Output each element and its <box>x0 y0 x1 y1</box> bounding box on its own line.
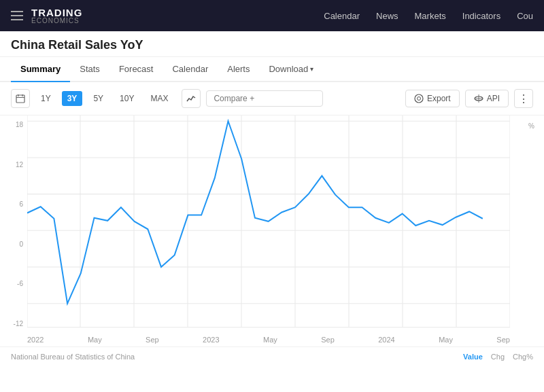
hamburger-menu[interactable] <box>11 11 23 20</box>
compare-input[interactable] <box>206 90 323 107</box>
calendar-icon-button[interactable] <box>11 89 30 108</box>
header: TRADING ECONOMICS Calendar News Markets … <box>0 0 544 31</box>
x-axis-labels: 2022 May Sep 2023 May Sep 2024 May Sep <box>0 333 544 346</box>
footer-actions: Value Chg Chg% <box>463 353 533 361</box>
nav-news[interactable]: News <box>376 11 398 21</box>
svg-point-5 <box>417 97 420 101</box>
line-chart-svg <box>27 115 510 333</box>
nav-indicators[interactable]: Indicators <box>462 11 500 21</box>
chevron-down-icon: ▾ <box>310 65 313 73</box>
x-tick-2024: 2024 <box>378 336 394 344</box>
x-tick-sep2: Sep <box>321 336 335 344</box>
x-tick-sep1: Sep <box>146 336 159 344</box>
y-tick-neg12: -12 <box>14 320 23 327</box>
tab-download-label: Download <box>269 64 308 74</box>
y-tick-neg6: -6 <box>17 280 23 287</box>
chart-controls: 1Y 3Y 5Y 10Y MAX Export API ⋮ <box>0 82 544 115</box>
period-3y[interactable]: 3Y <box>62 91 83 106</box>
api-label: API <box>487 94 500 103</box>
more-options-button[interactable]: ⋮ <box>514 89 533 108</box>
tab-bar: Summary Stats Forecast Calendar Alerts D… <box>0 57 544 82</box>
y-tick-12: 12 <box>16 161 23 168</box>
footer-value-btn[interactable]: Value <box>463 353 483 361</box>
line-chart-icon[interactable] <box>182 89 201 108</box>
export-label: Export <box>427 94 451 103</box>
svg-rect-0 <box>16 95 24 103</box>
y-axis: 18 12 6 0 -6 -12 <box>0 115 27 333</box>
nav-countries[interactable]: Cou <box>517 11 533 21</box>
y-tick-6: 6 <box>19 200 23 208</box>
svg-point-4 <box>415 94 423 103</box>
x-tick-may1: May <box>88 336 102 344</box>
tab-alerts[interactable]: Alerts <box>218 57 259 82</box>
page-title-bar: China Retail Sales YoY <box>0 31 544 57</box>
logo-trading: TRADING <box>31 7 82 18</box>
tab-stats[interactable]: Stats <box>70 57 109 82</box>
footer-chg-btn[interactable]: Chg <box>491 353 505 361</box>
period-max[interactable]: MAX <box>145 91 173 106</box>
page-title: China Retail Sales YoY <box>11 38 533 52</box>
period-5y[interactable]: 5Y <box>88 91 109 106</box>
nav-calendar[interactable]: Calendar <box>324 11 360 21</box>
chart-container: % 18 12 6 0 -6 -12 <box>0 115 544 333</box>
x-tick-may3: May <box>439 336 453 344</box>
footer-chgpct-btn[interactable]: Chg% <box>513 353 533 361</box>
main-nav: Calendar News Markets Indicators Cou <box>324 11 533 21</box>
tab-summary[interactable]: Summary <box>11 57 70 82</box>
tab-forecast[interactable]: Forecast <box>109 57 163 82</box>
chart-svg-area <box>27 115 510 333</box>
y-tick-0: 0 <box>19 240 23 248</box>
logo[interactable]: TRADING ECONOMICS <box>31 7 82 24</box>
y-tick-18: 18 <box>16 121 23 128</box>
nav-markets[interactable]: Markets <box>415 11 446 21</box>
x-tick-sep3: Sep <box>496 336 510 344</box>
y-axis-right-spacer <box>510 115 544 333</box>
tab-download[interactable]: Download ▾ <box>259 57 323 81</box>
tab-calendar[interactable]: Calendar <box>163 57 218 82</box>
period-1y[interactable]: 1Y <box>35 91 56 106</box>
chart-footer: National Bureau of Statistics of China V… <box>0 346 544 366</box>
logo-economics: ECONOMICS <box>31 18 82 24</box>
export-button[interactable]: Export <box>405 90 460 107</box>
y-axis-label: % <box>528 122 534 130</box>
period-10y[interactable]: 10Y <box>114 91 139 106</box>
chart-line <box>27 121 483 303</box>
x-tick-2022: 2022 <box>27 336 44 344</box>
x-tick-2023: 2023 <box>203 336 219 344</box>
x-tick-may2: May <box>263 336 277 344</box>
api-button[interactable]: API <box>465 90 509 107</box>
data-source: National Bureau of Statistics of China <box>11 353 463 361</box>
